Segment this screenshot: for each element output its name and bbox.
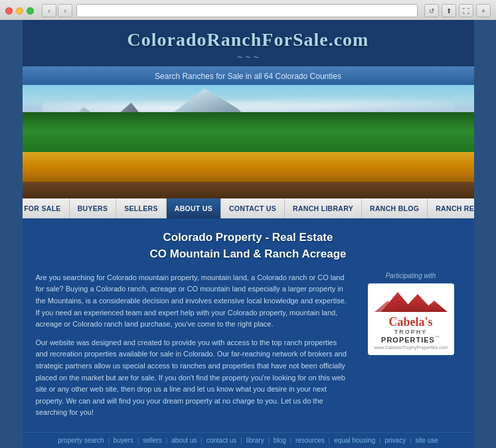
browser-action-buttons: ↺ ⬆ ⛶ + <box>424 4 491 17</box>
separator: | <box>201 437 203 444</box>
autumn-strip <box>23 152 474 185</box>
ground-strip <box>23 182 474 198</box>
search-bar-text: Search Ranches for Sale in all 64 Colora… <box>155 72 341 81</box>
footer-site-use[interactable]: site use <box>415 437 438 444</box>
footer-resources[interactable]: resources <box>295 437 325 444</box>
footer-buyers[interactable]: buyers <box>114 437 133 444</box>
back-button[interactable]: ‹ <box>42 4 56 17</box>
trademark-symbol: ™ <box>435 335 440 340</box>
footer-blog[interactable]: blog <box>274 437 286 444</box>
nav-ranches-for-sale[interactable]: RANCHES FOR SALE <box>23 198 70 218</box>
footer-property-search[interactable]: property search <box>58 437 104 444</box>
title-domain: .com <box>329 29 369 50</box>
footer-sellers[interactable]: sellers <box>143 437 162 444</box>
footer-links-text: property search | buyers | sellers | abo… <box>29 437 467 444</box>
title-text: ColoradoRanchForSale <box>127 29 329 50</box>
site-title: ColoradoRanchForSale.com <box>29 29 467 50</box>
separator: | <box>268 437 270 444</box>
separator: | <box>329 437 331 444</box>
close-button[interactable] <box>5 7 13 15</box>
participating-label: Participating with <box>386 272 436 279</box>
cabelas-name: Cabela's <box>388 315 432 329</box>
browser-navigation: ‹ › <box>42 4 72 17</box>
nav-about-us[interactable]: ABOUT US <box>167 198 221 218</box>
sidebar-partner: Participating with <box>361 272 461 425</box>
main-content: Colorado Property - Real Estate CO Mount… <box>23 218 474 432</box>
title-line2: CO Mountain Land & Ranch Acreage <box>150 248 347 260</box>
footer-about-us[interactable]: about us <box>171 437 197 444</box>
paragraph-1: Are you searching for Colorado mountain … <box>36 272 351 331</box>
cabelas-brand-name: Cabela's <box>374 316 448 329</box>
trophy-label: TROPHY <box>374 329 448 335</box>
hero-image <box>23 85 474 198</box>
share-button[interactable]: ⬆ <box>442 4 456 17</box>
separator: | <box>240 437 242 444</box>
footer-equal-housing[interactable]: equal housing <box>334 437 375 444</box>
url-bar[interactable] <box>76 4 418 17</box>
separator: | <box>108 437 110 444</box>
properties-label: PROPERTIES™ <box>374 335 448 344</box>
nav-ranch-library[interactable]: RANCH LIBRARY <box>285 198 362 218</box>
separator: | <box>166 437 168 444</box>
footer-contact-us[interactable]: contact us <box>207 437 237 444</box>
content-text: Are you searching for Colorado mountain … <box>36 272 351 425</box>
footer-links: property search | buyers | sellers | abo… <box>23 432 474 448</box>
browser-chrome: ‹ › ↺ ⬆ ⛶ + <box>0 0 496 20</box>
nav-ranch-resources[interactable]: RANCH RESOURCES <box>428 198 473 218</box>
content-row: Are you searching for Colorado mountain … <box>36 272 461 425</box>
maximize-button[interactable] <box>27 7 34 15</box>
navigation-bar: RANCHES FOR SALE BUYERS SELLERS ABOUT US… <box>23 198 474 218</box>
separator: | <box>379 437 381 444</box>
footer-privacy[interactable]: privacy <box>384 437 406 444</box>
minimize-button[interactable] <box>16 7 23 15</box>
separator: | <box>410 437 412 444</box>
site-wrapper: ColoradoRanchForSale.com ~ ~ ~ Search Ra… <box>23 20 474 448</box>
title-line1: Colorado Property - Real Estate <box>163 231 333 244</box>
cabelas-logo[interactable]: Cabela's TROPHY PROPERTIES™ www.CabelasT… <box>368 283 454 355</box>
paragraph-2: Our website was designed and created to … <box>36 337 351 419</box>
page-title: Colorado Property - Real Estate CO Mount… <box>36 229 461 263</box>
window-controls <box>5 7 34 15</box>
nav-buyers[interactable]: BUYERS <box>70 198 117 218</box>
nav-contact-us[interactable]: CONTACT US <box>221 198 285 218</box>
cabelas-url: www.CabelasTrophyProperties.com <box>374 345 448 350</box>
fullscreen-button[interactable]: ⛶ <box>459 4 473 17</box>
footer-library[interactable]: library <box>246 437 264 444</box>
site-header: ColoradoRanchForSale.com ~ ~ ~ <box>23 20 474 66</box>
nav-ranch-blog[interactable]: RANCH BLOG <box>362 198 428 218</box>
header-ornament: ~ ~ ~ <box>29 52 467 62</box>
cabelas-mountain-icon <box>374 289 448 312</box>
forward-button[interactable]: › <box>58 4 72 17</box>
nav-sellers[interactable]: SELLERS <box>116 198 167 218</box>
separator: | <box>290 437 292 444</box>
properties-text: PROPERTIES <box>381 336 435 344</box>
separator: | <box>137 437 139 444</box>
reload-button[interactable]: ↺ <box>424 4 439 17</box>
search-bar[interactable]: Search Ranches for Sale in all 64 Colora… <box>23 66 474 85</box>
new-tab-button[interactable]: + <box>476 4 491 17</box>
